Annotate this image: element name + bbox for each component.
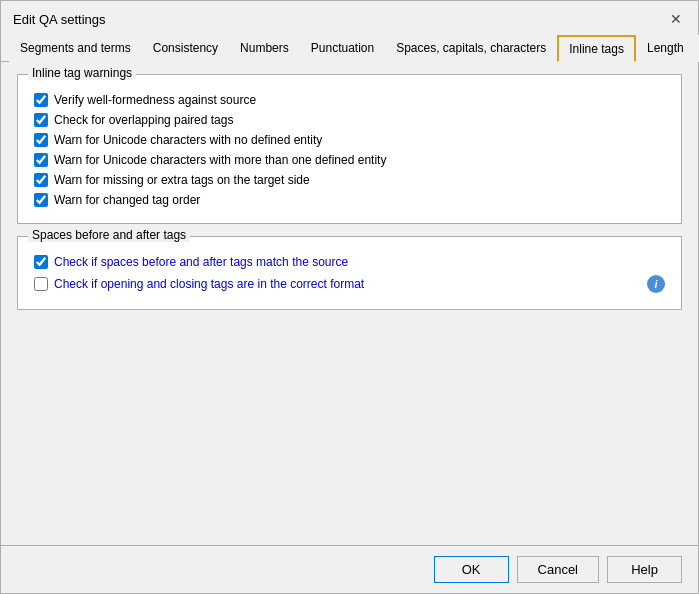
info-icon[interactable]: i bbox=[647, 275, 665, 293]
label-overlapping-tags: Check for overlapping paired tags bbox=[54, 113, 233, 127]
checkbox-row-unicode-no-entity: Warn for Unicode characters with no defi… bbox=[34, 133, 665, 147]
checkbox-row-correct-format: Check if opening and closing tags are in… bbox=[34, 275, 665, 293]
dialog-title: Edit QA settings bbox=[13, 12, 106, 27]
tab-segments-and-terms[interactable]: Segments and terms bbox=[9, 35, 142, 62]
checkbox-correct-format[interactable] bbox=[34, 277, 48, 291]
checkbox-row-unicode-multiple-entity: Warn for Unicode characters with more th… bbox=[34, 153, 665, 167]
tab-consistency[interactable]: Consistency bbox=[142, 35, 229, 62]
label-correct-format: Check if opening and closing tags are in… bbox=[54, 277, 364, 291]
label-unicode-no-entity: Warn for Unicode characters with no defi… bbox=[54, 133, 322, 147]
checkbox-missing-extra-tags[interactable] bbox=[34, 173, 48, 187]
label-unicode-multiple-entity: Warn for Unicode characters with more th… bbox=[54, 153, 386, 167]
checkbox-row-changed-tag-order: Warn for changed tag order bbox=[34, 193, 665, 207]
dialog: Edit QA settings ✕ Segments and terms Co… bbox=[0, 0, 699, 594]
checkbox-row-spaces-match-source: Check if spaces before and after tags ma… bbox=[34, 255, 665, 269]
cancel-button[interactable]: Cancel bbox=[517, 556, 599, 583]
tab-regex[interactable]: Regex bbox=[695, 35, 699, 62]
label-missing-extra-tags: Warn for missing or extra tags on the ta… bbox=[54, 173, 310, 187]
inline-tag-warnings-content: Verify well-formedness against source Ch… bbox=[18, 75, 681, 223]
tab-length[interactable]: Length bbox=[636, 35, 695, 62]
checkbox-row-overlapping-tags: Check for overlapping paired tags bbox=[34, 113, 665, 127]
tab-spaces-capitals-characters[interactable]: Spaces, capitals, characters bbox=[385, 35, 557, 62]
tabs-bar: Segments and terms Consistency Numbers P… bbox=[1, 35, 698, 62]
title-bar: Edit QA settings ✕ bbox=[1, 1, 698, 35]
checkbox-unicode-no-entity[interactable] bbox=[34, 133, 48, 147]
checkbox-unicode-multiple-entity[interactable] bbox=[34, 153, 48, 167]
label-spaces-match-source: Check if spaces before and after tags ma… bbox=[54, 255, 348, 269]
spaces-before-after-title: Spaces before and after tags bbox=[28, 228, 190, 242]
ok-button[interactable]: OK bbox=[434, 556, 509, 583]
label-changed-tag-order: Warn for changed tag order bbox=[54, 193, 200, 207]
spaces-before-after-content: Check if spaces before and after tags ma… bbox=[18, 237, 681, 309]
content-area: Inline tag warnings Verify well-formedne… bbox=[1, 62, 698, 545]
checkbox-overlapping-tags[interactable] bbox=[34, 113, 48, 127]
checkbox-spaces-match-source[interactable] bbox=[34, 255, 48, 269]
inline-tag-warnings-title: Inline tag warnings bbox=[28, 66, 136, 80]
tab-numbers[interactable]: Numbers bbox=[229, 35, 300, 62]
checkbox-well-formedness[interactable] bbox=[34, 93, 48, 107]
close-button[interactable]: ✕ bbox=[666, 9, 686, 29]
label-well-formedness: Verify well-formedness against source bbox=[54, 93, 256, 107]
checkbox-row-missing-extra-tags: Warn for missing or extra tags on the ta… bbox=[34, 173, 665, 187]
tab-punctuation[interactable]: Punctuation bbox=[300, 35, 385, 62]
bottom-bar: OK Cancel Help bbox=[1, 545, 698, 593]
help-button[interactable]: Help bbox=[607, 556, 682, 583]
inline-tag-warnings-section: Inline tag warnings Verify well-formedne… bbox=[17, 74, 682, 224]
tab-inline-tags[interactable]: Inline tags bbox=[557, 35, 636, 62]
spaces-before-after-section: Spaces before and after tags Check if sp… bbox=[17, 236, 682, 310]
checkbox-changed-tag-order[interactable] bbox=[34, 193, 48, 207]
checkbox-row-well-formedness: Verify well-formedness against source bbox=[34, 93, 665, 107]
